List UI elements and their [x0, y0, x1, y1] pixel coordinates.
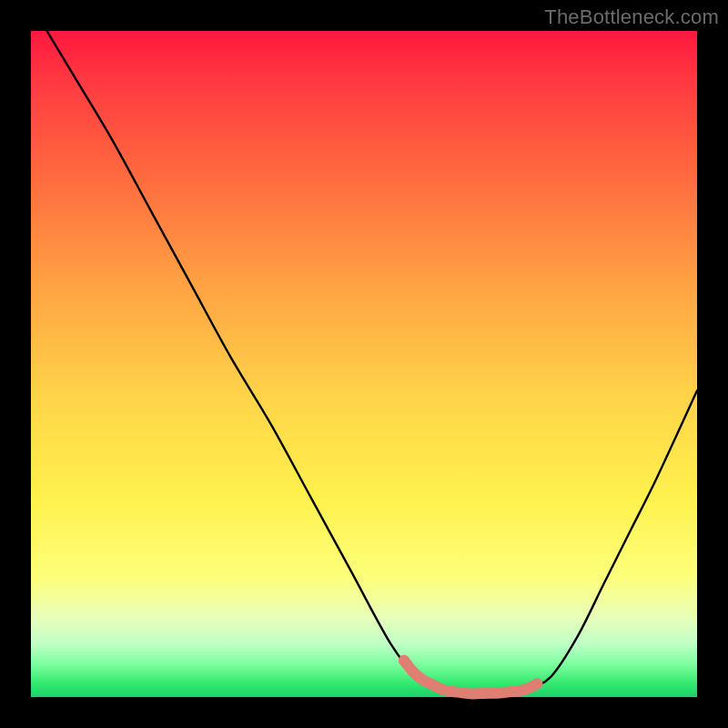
watermark-text: TheBottleneck.com	[544, 5, 719, 29]
highlight-dot-right	[531, 678, 542, 689]
chart-svg	[31, 31, 697, 697]
highlight-segment	[404, 661, 537, 694]
bottleneck-curve	[31, 5, 697, 694]
chart-container: TheBottleneck.com	[0, 0, 728, 728]
highlight-dot-left	[399, 655, 410, 666]
plot-area	[31, 31, 697, 697]
